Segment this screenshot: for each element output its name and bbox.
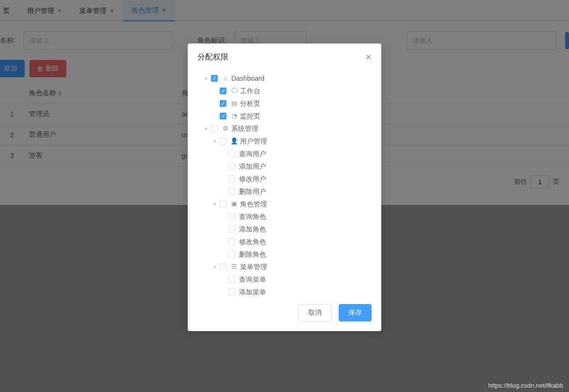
tree-node-label: 角色管理 (240, 198, 267, 210)
dialog-body: ▾⌂Dashboard▾🖵工作台▾▤分析页▾◔监控页▾⚙系统管理▾👤用户管理▾查… (188, 67, 381, 299)
node-icon: ▤ (230, 97, 238, 110)
dialog-footer: 取消 保存 (188, 299, 381, 331)
checkbox[interactable] (228, 289, 235, 295)
tree-node[interactable]: ▾☰菜单管理 (211, 261, 372, 273)
chevron-down-icon[interactable]: ▾ (202, 72, 210, 85)
chevron-down-icon[interactable]: ▾ (211, 135, 219, 147)
chevron-down-icon[interactable]: ▾ (211, 261, 219, 273)
tree-node[interactable]: ▾添加用户 (220, 160, 372, 173)
checkbox[interactable] (228, 163, 235, 170)
tree-node-label: 删除用户 (239, 185, 266, 198)
chevron-down-icon[interactable]: ▾ (211, 198, 219, 210)
tree-node-label: 修改角色 (239, 235, 266, 248)
tree-node[interactable]: ▾⚙系统管理 (202, 122, 372, 135)
tree-node-label: 监控页 (240, 110, 260, 122)
tree-node[interactable]: ▾删除角色 (220, 248, 372, 261)
tree-node-label: 查询角色 (239, 210, 266, 223)
tree-node-label: 工作台 (240, 85, 260, 97)
checkbox[interactable] (220, 113, 226, 119)
node-icon: ⌂ (222, 72, 229, 85)
checkbox[interactable] (220, 87, 226, 94)
checkbox[interactable] (228, 251, 235, 258)
checkbox[interactable] (228, 238, 235, 245)
tree-node[interactable]: ▾查询用户 (220, 147, 372, 160)
checkbox[interactable] (220, 138, 226, 145)
node-icon: ⚙ (222, 122, 229, 135)
watermark-link: https://blog.csdn.net/lfkabb (488, 382, 563, 389)
tree-node[interactable]: ▾删除用户 (220, 185, 372, 198)
save-button[interactable]: 保存 (339, 304, 372, 321)
tree-node[interactable]: ▾⌂Dashboard (202, 72, 372, 85)
checkbox[interactable] (211, 125, 218, 132)
tree-node-label: 删除角色 (239, 248, 266, 261)
node-icon: 🖵 (230, 85, 238, 97)
tree-node[interactable]: ▾添加角色 (220, 223, 372, 235)
node-icon: ☰ (230, 261, 238, 273)
cancel-button[interactable]: 取消 (298, 304, 332, 321)
checkbox[interactable] (228, 276, 235, 283)
checkbox[interactable] (228, 175, 235, 182)
tree-node-label: 添加菜单 (239, 286, 266, 298)
checkbox[interactable] (228, 226, 235, 232)
tree-node[interactable]: ▾▣角色管理 (211, 198, 372, 210)
checkbox[interactable] (211, 75, 218, 82)
tree-node-label: 系统管理 (231, 122, 258, 135)
permission-tree: ▾⌂Dashboard▾🖵工作台▾▤分析页▾◔监控页▾⚙系统管理▾👤用户管理▾查… (202, 72, 372, 298)
dialog-header: 分配权限 ✕ (188, 44, 381, 67)
checkbox[interactable] (220, 263, 226, 270)
tree-node[interactable]: ▾修改角色 (220, 235, 372, 248)
node-icon: ▣ (230, 198, 238, 210)
tree-node[interactable]: ▾🖵工作台 (211, 85, 372, 97)
tree-node-label: 修改用户 (239, 173, 266, 185)
checkbox[interactable] (228, 188, 235, 195)
tree-node[interactable]: ▾👤用户管理 (211, 135, 372, 147)
tree-node[interactable]: ▾▤分析页 (211, 97, 372, 110)
tree-node[interactable]: ▾修改用户 (220, 173, 372, 185)
checkbox[interactable] (220, 100, 226, 107)
tree-node[interactable]: ▾查询角色 (220, 210, 372, 223)
tree-node-label: 用户管理 (240, 135, 267, 147)
tree-node-label: 查询用户 (239, 147, 266, 160)
tree-node-label: 菜单管理 (240, 261, 267, 273)
tree-node[interactable]: ▾查询菜单 (220, 273, 372, 286)
chevron-down-icon[interactable]: ▾ (202, 122, 210, 135)
node-icon: ◔ (230, 110, 238, 122)
node-icon: 👤 (230, 135, 238, 147)
checkbox[interactable] (228, 150, 235, 157)
tree-node-label: 添加角色 (239, 223, 266, 235)
tree-node[interactable]: ▾添加菜单 (220, 286, 372, 298)
tree-node-label: 查询菜单 (239, 273, 266, 286)
checkbox[interactable] (220, 201, 226, 207)
tree-node-label: 分析页 (240, 97, 260, 110)
tree-node-label: 添加用户 (239, 160, 266, 173)
close-icon[interactable]: ✕ (365, 53, 372, 62)
checkbox[interactable] (228, 213, 235, 220)
tree-node[interactable]: ▾◔监控页 (211, 110, 372, 122)
tree-node-label: Dashboard (231, 72, 265, 85)
assign-permission-dialog: 分配权限 ✕ ▾⌂Dashboard▾🖵工作台▾▤分析页▾◔监控页▾⚙系统管理▾… (188, 44, 381, 331)
dialog-title: 分配权限 (197, 52, 228, 62)
